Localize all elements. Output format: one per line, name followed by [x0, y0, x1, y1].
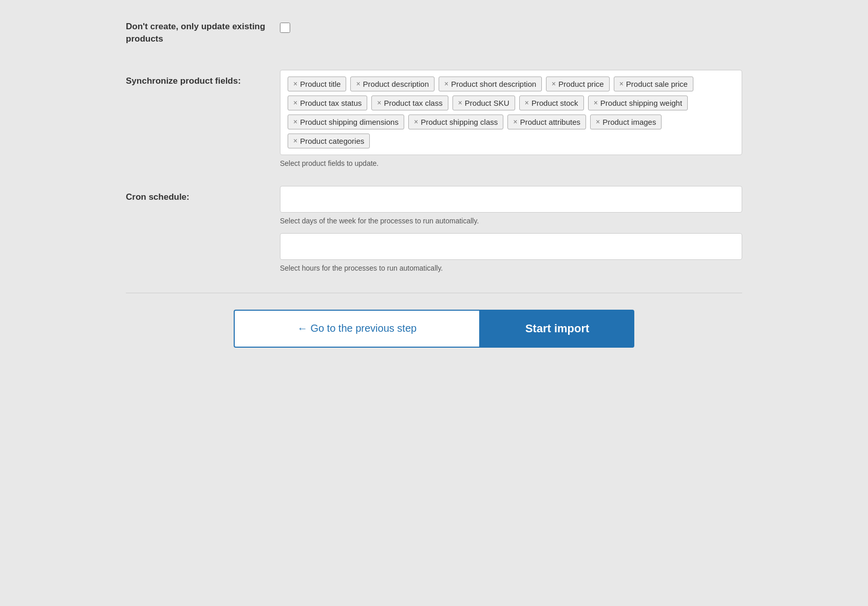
sync-fields-help: Select product fields to update.: [280, 159, 742, 167]
tag-remove-icon: ×: [594, 99, 598, 107]
tag-item[interactable]: ×Product description: [350, 77, 435, 91]
tag-remove-icon: ×: [619, 80, 624, 88]
button-row: ← Go to the previous step Start import: [126, 310, 742, 348]
tag-remove-icon: ×: [552, 80, 556, 88]
tag-item[interactable]: ×Product tax status: [288, 96, 367, 110]
tag-remove-icon: ×: [596, 118, 600, 126]
tag-item[interactable]: ×Product title: [288, 77, 346, 91]
dont-create-label: Don't create, only update existing produ…: [126, 21, 270, 45]
prev-step-button[interactable]: ← Go to the previous step: [234, 310, 480, 348]
tag-remove-icon: ×: [458, 99, 462, 107]
sync-fields-label: Synchronize product fields:: [126, 70, 280, 87]
tag-remove-icon: ×: [356, 80, 360, 88]
start-import-button[interactable]: Start import: [480, 310, 634, 348]
tag-item[interactable]: ×Product sale price: [614, 77, 693, 91]
tag-item[interactable]: ×Product price: [546, 77, 610, 91]
cron-schedule-days-control: Select days of the week for the processe…: [280, 186, 742, 225]
tag-remove-icon: ×: [293, 99, 297, 107]
sync-fields-control: ×Product title×Product description×Produ…: [280, 70, 742, 167]
tags-container: ×Product title×Product description×Produ…: [280, 70, 742, 155]
tag-remove-icon: ×: [444, 80, 448, 88]
cron-schedule-hours-control: Select hours for the processes to run au…: [280, 233, 742, 272]
tag-item[interactable]: ×Product attributes: [507, 115, 586, 129]
tag-item[interactable]: ×Product SKU: [452, 96, 515, 110]
dont-create-checkbox[interactable]: [280, 23, 290, 33]
tag-remove-icon: ×: [293, 118, 297, 126]
tag-item[interactable]: ×Product shipping dimensions: [288, 115, 404, 129]
tag-item[interactable]: ×Product shipping class: [408, 115, 503, 129]
tag-item[interactable]: ×Product short description: [439, 77, 542, 91]
tag-remove-icon: ×: [513, 118, 517, 126]
tag-item[interactable]: ×Product tax class: [371, 96, 448, 110]
tag-remove-icon: ×: [414, 118, 418, 126]
tag-remove-icon: ×: [377, 99, 381, 107]
cron-days-help: Select days of the week for the processe…: [280, 217, 742, 225]
tag-item[interactable]: ×Product categories: [288, 134, 370, 148]
cron-hours-help: Select hours for the processes to run au…: [280, 264, 742, 272]
cron-schedule-label: Cron schedule:: [126, 186, 280, 203]
tag-item[interactable]: ×Product stock: [519, 96, 584, 110]
tag-remove-icon: ×: [293, 137, 297, 145]
tag-remove-icon: ×: [525, 99, 529, 107]
section-divider: [126, 293, 742, 293]
cron-schedule-days-input[interactable]: [280, 186, 742, 213]
cron-schedule-hours-input[interactable]: [280, 233, 742, 260]
tag-item[interactable]: ×Product images: [590, 115, 662, 129]
tag-remove-icon: ×: [293, 80, 297, 88]
tag-item[interactable]: ×Product shipping weight: [588, 96, 688, 110]
